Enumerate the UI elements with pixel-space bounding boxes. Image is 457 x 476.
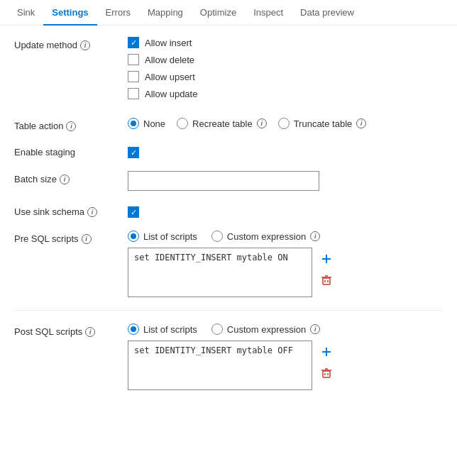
tab-errors[interactable]: Errors bbox=[97, 0, 139, 25]
pre-sql-list-radio[interactable] bbox=[128, 231, 139, 242]
post-sql-actions bbox=[318, 341, 335, 382]
allow-update-row: Allow update bbox=[128, 88, 443, 99]
allow-update-label: Allow update bbox=[145, 89, 197, 99]
pre-sql-add-button[interactable] bbox=[318, 250, 335, 267]
post-sql-list-label: List of scripts bbox=[143, 324, 197, 335]
allow-upsert-row: Allow upsert bbox=[128, 71, 443, 82]
pre-sql-scripts-control: List of scripts Custom expression i set … bbox=[128, 231, 443, 297]
table-action-recreate-info-icon[interactable]: i bbox=[257, 118, 267, 128]
allow-insert-row: ✓ Allow insert bbox=[128, 37, 443, 48]
allow-delete-label: Allow delete bbox=[145, 55, 194, 65]
pre-sql-actions bbox=[318, 248, 335, 289]
tab-optimize[interactable]: Optimize bbox=[192, 0, 245, 25]
allow-insert-checkmark: ✓ bbox=[131, 39, 137, 47]
batch-size-control bbox=[128, 171, 443, 191]
use-sink-schema-row: Use sink schema i ✓ bbox=[14, 204, 443, 218]
table-action-recreate-radio[interactable] bbox=[177, 118, 188, 129]
enable-staging-checkmark: ✓ bbox=[131, 149, 137, 157]
allow-upsert-checkbox[interactable] bbox=[128, 71, 139, 82]
post-sql-expression-radio-row[interactable]: Custom expression i bbox=[211, 323, 320, 335]
pre-sql-script-box-wrap: set IDENTITY_INSERT mytable ON bbox=[128, 248, 443, 297]
use-sink-schema-checkmark: ✓ bbox=[131, 209, 137, 216]
post-sql-delete-button[interactable] bbox=[318, 365, 335, 382]
batch-size-input[interactable] bbox=[128, 171, 319, 191]
post-sql-expression-radio[interactable] bbox=[211, 323, 223, 335]
table-action-truncate-radio[interactable] bbox=[278, 118, 290, 129]
table-action-label: Table action i bbox=[14, 118, 128, 131]
post-sql-expression-info-icon[interactable]: i bbox=[310, 324, 320, 334]
post-sql-add-button[interactable] bbox=[318, 343, 335, 360]
post-sql-textarea[interactable]: set IDENTITY_INSERT mytable OFF bbox=[128, 341, 312, 390]
table-action-radio-group: None Recreate table i Truncate table i bbox=[128, 118, 443, 129]
post-sql-list-radio-row[interactable]: List of scripts bbox=[128, 323, 197, 335]
use-sink-schema-label: Use sink schema i bbox=[14, 204, 128, 217]
tab-mapping[interactable]: Mapping bbox=[139, 0, 192, 25]
svg-rect-2 bbox=[323, 278, 330, 284]
table-action-control: None Recreate table i Truncate table i bbox=[128, 118, 443, 129]
pre-sql-delete-button[interactable] bbox=[318, 272, 335, 289]
enable-staging-label: Enable staging bbox=[14, 144, 128, 157]
table-action-info-icon[interactable]: i bbox=[66, 121, 76, 131]
batch-size-info-icon[interactable]: i bbox=[60, 175, 70, 184]
allow-update-checkbox[interactable] bbox=[128, 88, 139, 99]
post-sql-scripts-label: Post SQL scripts i bbox=[14, 323, 128, 337]
pre-sql-scripts-label: Pre SQL scripts i bbox=[14, 231, 128, 244]
tabs-bar: Sink Settings Errors Mapping Optimize In… bbox=[0, 0, 457, 26]
use-sink-schema-checkbox[interactable]: ✓ bbox=[128, 206, 139, 218]
svg-rect-9 bbox=[323, 371, 330, 377]
table-action-recreate-label: Recreate table bbox=[192, 118, 253, 129]
pre-sql-list-inner bbox=[131, 233, 136, 239]
batch-size-row: Batch size i bbox=[14, 171, 443, 191]
section-divider bbox=[14, 310, 443, 311]
pre-sql-textarea[interactable]: set IDENTITY_INSERT mytable ON bbox=[128, 248, 312, 297]
post-sql-scripts-info-icon[interactable]: i bbox=[85, 327, 95, 337]
allow-upsert-label: Allow upsert bbox=[145, 72, 195, 82]
pre-sql-expression-radio[interactable] bbox=[211, 231, 223, 242]
allow-delete-row: Allow delete bbox=[128, 54, 443, 65]
table-action-none[interactable]: None bbox=[128, 118, 165, 129]
use-sink-schema-info-icon[interactable]: i bbox=[87, 207, 97, 217]
table-action-none-radio[interactable] bbox=[128, 118, 139, 129]
allow-delete-checkbox[interactable] bbox=[128, 54, 139, 65]
pre-sql-expression-info-icon[interactable]: i bbox=[310, 231, 320, 241]
pre-sql-expression-radio-row[interactable]: Custom expression i bbox=[211, 231, 320, 242]
post-sql-options: List of scripts Custom expression i bbox=[128, 323, 443, 335]
update-method-row: Update method i ✓ Allow insert Allow del… bbox=[14, 37, 443, 105]
batch-size-label: Batch size i bbox=[14, 171, 128, 184]
pre-sql-scripts-row: Pre SQL scripts i List of scripts Custom… bbox=[14, 231, 443, 297]
post-sql-expression-label: Custom expression bbox=[227, 324, 306, 335]
table-action-none-inner bbox=[131, 121, 136, 126]
update-method-control: ✓ Allow insert Allow delete Allow upsert… bbox=[128, 37, 443, 105]
table-action-truncate[interactable]: Truncate table i bbox=[278, 118, 367, 129]
pre-sql-list-radio-row[interactable]: List of scripts bbox=[128, 231, 197, 242]
pre-sql-options: List of scripts Custom expression i bbox=[128, 231, 443, 242]
tab-inspect[interactable]: Inspect bbox=[245, 0, 292, 25]
pre-sql-scripts-info-icon[interactable]: i bbox=[82, 234, 92, 244]
update-method-info-icon[interactable]: i bbox=[80, 40, 90, 50]
post-sql-scripts-row: Post SQL scripts i List of scripts Custo… bbox=[14, 323, 443, 390]
allow-insert-checkbox[interactable]: ✓ bbox=[128, 37, 139, 48]
settings-content: Update method i ✓ Allow insert Allow del… bbox=[0, 26, 457, 414]
update-method-label: Update method i bbox=[14, 37, 128, 50]
pre-sql-expression-label: Custom expression bbox=[227, 231, 306, 242]
enable-staging-row: Enable staging ✓ bbox=[14, 144, 443, 158]
table-action-truncate-label: Truncate table bbox=[294, 118, 353, 129]
table-action-row: Table action i None Recreate table i bbox=[14, 118, 443, 131]
tab-settings[interactable]: Settings bbox=[43, 0, 97, 25]
enable-staging-checkbox[interactable]: ✓ bbox=[128, 147, 139, 158]
post-sql-list-inner bbox=[131, 326, 136, 332]
use-sink-schema-control: ✓ bbox=[128, 204, 443, 218]
post-sql-list-radio[interactable] bbox=[128, 323, 139, 335]
table-action-none-label: None bbox=[143, 118, 165, 129]
allow-insert-label: Allow insert bbox=[145, 38, 192, 48]
pre-sql-list-label: List of scripts bbox=[143, 231, 197, 242]
enable-staging-control: ✓ bbox=[128, 144, 443, 158]
post-sql-script-box-wrap: set IDENTITY_INSERT mytable OFF bbox=[128, 341, 443, 390]
tab-data-preview[interactable]: Data preview bbox=[292, 0, 363, 25]
post-sql-scripts-control: List of scripts Custom expression i set … bbox=[128, 323, 443, 390]
table-action-truncate-info-icon[interactable]: i bbox=[356, 118, 366, 128]
tab-sink[interactable]: Sink bbox=[9, 0, 43, 25]
table-action-recreate[interactable]: Recreate table i bbox=[177, 118, 267, 129]
